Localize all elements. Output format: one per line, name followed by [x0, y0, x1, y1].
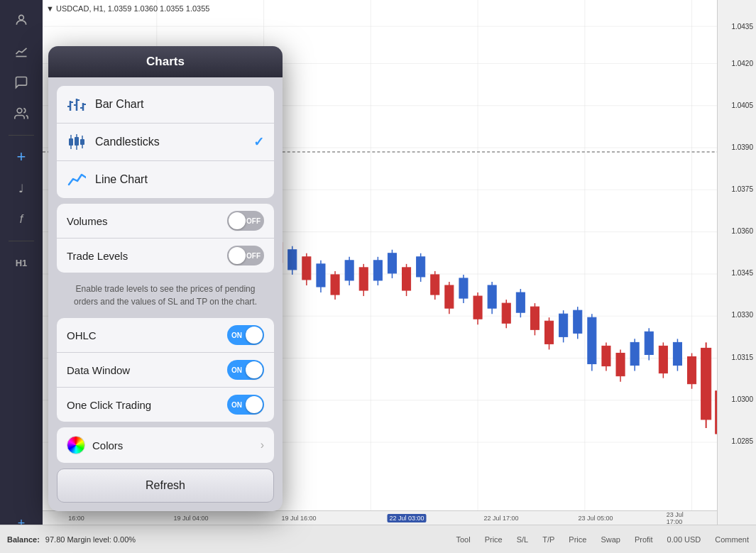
- data-window-toggle-text: ON: [231, 366, 242, 374]
- volumes-toggle-text: OFF: [246, 217, 261, 225]
- bar-chart-label: Bar Chart: [95, 98, 143, 111]
- modal-title-bar: Charts: [48, 46, 283, 77]
- modal-overlay: Charts: [0, 0, 756, 553]
- one-click-trading-row: One Click Trading ON: [57, 388, 274, 422]
- data-window-toggle[interactable]: ON: [227, 360, 264, 380]
- data-window-row: Data Window ON: [57, 353, 274, 388]
- bar-chart-icon: [67, 94, 87, 114]
- chart-type-candlesticks[interactable]: Candlesticks ✓: [57, 124, 274, 161]
- chevron-right-icon: ›: [261, 439, 264, 451]
- volumes-row: Volumes OFF: [57, 204, 274, 239]
- modal-body: Bar Chart Candlesticks ✓: [48, 77, 283, 511]
- trade-levels-toggle-text: OFF: [246, 252, 261, 260]
- data-window-label: Data Window: [67, 364, 130, 376]
- one-click-trading-label: One Click Trading: [67, 399, 151, 411]
- chart-type-group: Bar Chart Candlesticks ✓: [57, 86, 274, 198]
- trade-levels-toggle-knob: [229, 247, 246, 264]
- volumes-trade-group: Volumes OFF Trade Levels OFF: [57, 204, 274, 273]
- candlestick-icon: [67, 132, 87, 152]
- ohlc-toggle[interactable]: ON: [227, 325, 264, 345]
- refresh-button[interactable]: Refresh: [57, 469, 274, 503]
- modal-title: Charts: [146, 55, 185, 68]
- ohlc-toggle-text: ON: [231, 332, 242, 339]
- candlesticks-label: Candlesticks: [95, 136, 160, 148]
- colors-left: Colors: [67, 436, 123, 454]
- color-wheel-icon: [67, 436, 85, 454]
- colors-label: Colors: [92, 439, 123, 451]
- trade-levels-label: Trade Levels: [67, 250, 128, 262]
- ohlc-toggle-knob: [246, 327, 263, 344]
- data-window-toggle-knob: [246, 361, 263, 378]
- charts-modal: Charts: [48, 46, 283, 511]
- selected-checkmark: ✓: [253, 134, 264, 150]
- ohlc-row: OHLC ON: [57, 318, 274, 353]
- trade-levels-info: Enable trade levels to see the prices of…: [57, 278, 274, 312]
- svg-rect-131: [80, 139, 84, 145]
- trade-levels-toggle[interactable]: OFF: [227, 246, 264, 265]
- volumes-toggle-knob: [229, 212, 246, 229]
- ohlc-group: OHLC ON Data Window ON One Click Trading: [57, 318, 274, 422]
- line-chart-icon: [67, 170, 87, 190]
- trade-levels-row: Trade Levels OFF: [57, 239, 274, 273]
- refresh-label: Refresh: [146, 479, 185, 491]
- one-click-trading-toggle-knob: [246, 396, 263, 413]
- ohlc-label: OHLC: [67, 329, 97, 341]
- colors-row[interactable]: Colors ›: [57, 427, 274, 463]
- chart-type-line[interactable]: Line Chart: [57, 161, 274, 198]
- one-click-trading-toggle[interactable]: ON: [227, 395, 264, 415]
- chart-type-bar[interactable]: Bar Chart: [57, 86, 274, 124]
- svg-rect-127: [69, 138, 73, 146]
- svg-rect-129: [75, 137, 79, 146]
- line-chart-label: Line Chart: [95, 173, 148, 186]
- one-click-trading-toggle-text: ON: [231, 401, 242, 409]
- volumes-label: Volumes: [67, 215, 108, 227]
- volumes-toggle[interactable]: OFF: [227, 211, 264, 231]
